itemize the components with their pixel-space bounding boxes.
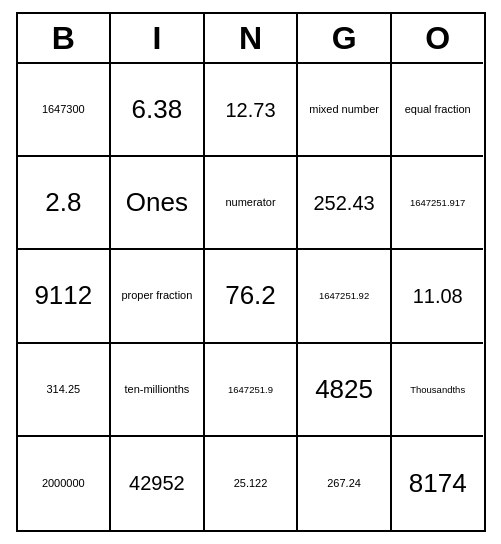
grid-row-3: 314.25ten-millionths1647251.94825Thousan… [18,344,484,437]
cell-3-0: 314.25 [18,344,112,437]
cell-0-4: equal fraction [392,64,484,157]
header-O: O [392,14,484,64]
cell-1-2: numerator [205,157,299,250]
cell-3-2: 1647251.9 [205,344,299,437]
cell-2-3: 1647251.92 [298,250,392,343]
cell-2-0: 9112 [18,250,112,343]
grid-row-2: 9112proper fraction76.21647251.9211.08 [18,250,484,343]
header-N: N [205,14,299,64]
header-I: I [111,14,205,64]
cell-0-0: 1647300 [18,64,112,157]
header-row: BINGO [18,14,484,64]
bingo-card: BINGO 16473006.3812.73mixed numberequal … [16,12,486,532]
cell-1-0: 2.8 [18,157,112,250]
cell-1-3: 252.43 [298,157,392,250]
cell-2-1: proper fraction [111,250,205,343]
cell-4-3: 267.24 [298,437,392,530]
cell-0-2: 12.73 [205,64,299,157]
cell-0-3: mixed number [298,64,392,157]
header-G: G [298,14,392,64]
cell-3-3: 4825 [298,344,392,437]
cell-3-4: Thousandths [392,344,484,437]
cell-1-1: Ones [111,157,205,250]
header-B: B [18,14,112,64]
cell-2-2: 76.2 [205,250,299,343]
grid: 16473006.3812.73mixed numberequal fracti… [18,64,484,530]
cell-3-1: ten-millionths [111,344,205,437]
cell-1-4: 1647251.917 [392,157,484,250]
cell-0-1: 6.38 [111,64,205,157]
cell-4-4: 8174 [392,437,484,530]
grid-row-4: 20000004295225.122267.248174 [18,437,484,530]
cell-2-4: 11.08 [392,250,484,343]
grid-row-1: 2.8Onesnumerator252.431647251.917 [18,157,484,250]
cell-4-1: 42952 [111,437,205,530]
grid-row-0: 16473006.3812.73mixed numberequal fracti… [18,64,484,157]
cell-4-2: 25.122 [205,437,299,530]
cell-4-0: 2000000 [18,437,112,530]
